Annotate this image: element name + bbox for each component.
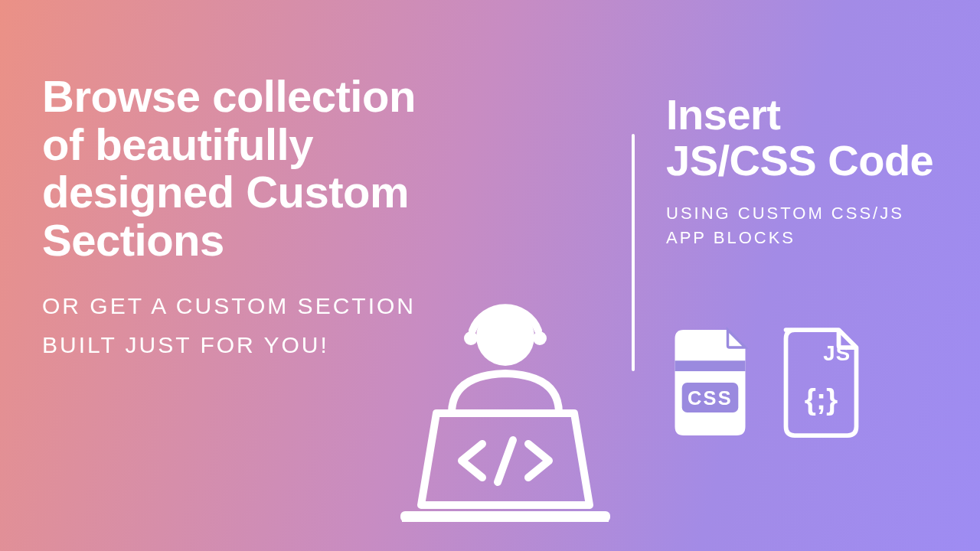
vertical-divider — [632, 134, 635, 371]
developer-laptop-icon — [379, 283, 632, 536]
js-braces: {;} — [805, 383, 838, 416]
svg-line-6 — [498, 440, 513, 482]
svg-point-3 — [464, 331, 478, 345]
svg-point-4 — [533, 331, 547, 345]
right-subhead: USING CUSTOM CSS/JS APP BLOCKS — [666, 201, 942, 250]
main-headline: Browse collection of beautifully designe… — [42, 73, 456, 265]
css-file-icon: CSS — [666, 325, 754, 440]
js-file-icon: JS {;} — [777, 325, 865, 440]
svg-rect-0 — [675, 360, 746, 371]
file-icons-group: CSS JS {;} — [666, 325, 865, 440]
right-column: Insert JS/CSS Code USING CUSTOM CSS/JS A… — [666, 92, 942, 250]
css-label: CSS — [688, 387, 733, 409]
js-label: JS — [823, 341, 851, 365]
right-headline: Insert JS/CSS Code — [666, 92, 942, 184]
svg-rect-5 — [400, 511, 610, 522]
